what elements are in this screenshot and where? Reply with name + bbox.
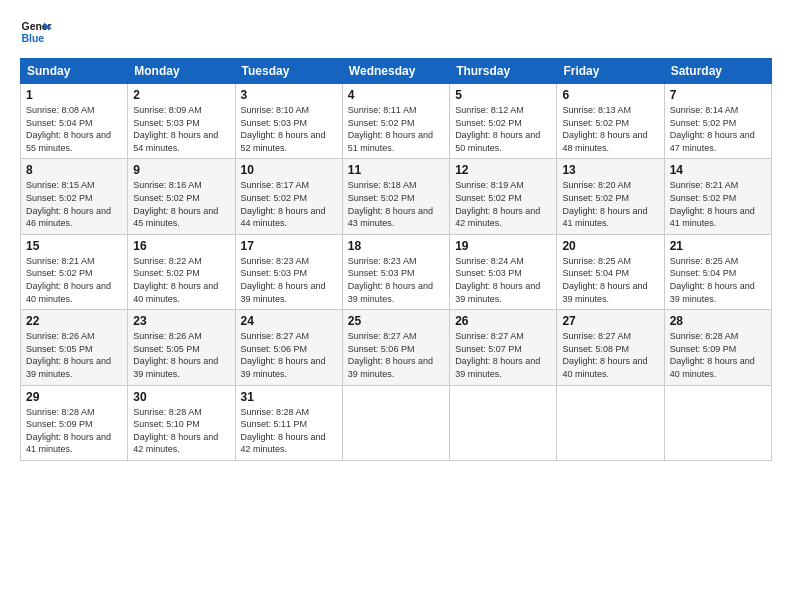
- day-info: Sunrise: 8:24 AMSunset: 5:03 PMDaylight:…: [455, 255, 551, 305]
- day-info: Sunrise: 8:28 AMSunset: 5:09 PMDaylight:…: [26, 406, 122, 456]
- svg-text:Blue: Blue: [22, 33, 45, 44]
- day-number: 31: [241, 390, 337, 404]
- day-info: Sunrise: 8:22 AMSunset: 5:02 PMDaylight:…: [133, 255, 229, 305]
- day-info: Sunrise: 8:25 AMSunset: 5:04 PMDaylight:…: [562, 255, 658, 305]
- day-number: 18: [348, 239, 444, 253]
- weekday-header-cell: Tuesday: [235, 59, 342, 84]
- calendar-day-cell: 7Sunrise: 8:14 AMSunset: 5:02 PMDaylight…: [664, 84, 771, 159]
- day-info: Sunrise: 8:27 AMSunset: 5:08 PMDaylight:…: [562, 330, 658, 380]
- day-info: Sunrise: 8:08 AMSunset: 5:04 PMDaylight:…: [26, 104, 122, 154]
- calendar-page: General Blue SundayMondayTuesdayWednesda…: [0, 0, 792, 612]
- day-info: Sunrise: 8:17 AMSunset: 5:02 PMDaylight:…: [241, 179, 337, 229]
- day-info: Sunrise: 8:09 AMSunset: 5:03 PMDaylight:…: [133, 104, 229, 154]
- calendar-day-cell: 8Sunrise: 8:15 AMSunset: 5:02 PMDaylight…: [21, 159, 128, 234]
- day-info: Sunrise: 8:26 AMSunset: 5:05 PMDaylight:…: [26, 330, 122, 380]
- day-number: 8: [26, 163, 122, 177]
- calendar-day-cell: 26Sunrise: 8:27 AMSunset: 5:07 PMDayligh…: [450, 310, 557, 385]
- calendar-day-cell: 14Sunrise: 8:21 AMSunset: 5:02 PMDayligh…: [664, 159, 771, 234]
- calendar-day-cell: 4Sunrise: 8:11 AMSunset: 5:02 PMDaylight…: [342, 84, 449, 159]
- day-number: 22: [26, 314, 122, 328]
- day-info: Sunrise: 8:27 AMSunset: 5:06 PMDaylight:…: [348, 330, 444, 380]
- calendar-day-cell: 18Sunrise: 8:23 AMSunset: 5:03 PMDayligh…: [342, 234, 449, 309]
- day-info: Sunrise: 8:20 AMSunset: 5:02 PMDaylight:…: [562, 179, 658, 229]
- day-number: 17: [241, 239, 337, 253]
- day-number: 1: [26, 88, 122, 102]
- day-number: 4: [348, 88, 444, 102]
- day-number: 3: [241, 88, 337, 102]
- day-number: 12: [455, 163, 551, 177]
- day-info: Sunrise: 8:26 AMSunset: 5:05 PMDaylight:…: [133, 330, 229, 380]
- calendar-day-cell: 2Sunrise: 8:09 AMSunset: 5:03 PMDaylight…: [128, 84, 235, 159]
- calendar-day-cell: 24Sunrise: 8:27 AMSunset: 5:06 PMDayligh…: [235, 310, 342, 385]
- day-info: Sunrise: 8:23 AMSunset: 5:03 PMDaylight:…: [241, 255, 337, 305]
- day-number: 11: [348, 163, 444, 177]
- day-number: 27: [562, 314, 658, 328]
- calendar-day-cell: 31Sunrise: 8:28 AMSunset: 5:11 PMDayligh…: [235, 385, 342, 460]
- calendar-day-cell: [664, 385, 771, 460]
- day-info: Sunrise: 8:13 AMSunset: 5:02 PMDaylight:…: [562, 104, 658, 154]
- day-number: 23: [133, 314, 229, 328]
- calendar-week-row: 15Sunrise: 8:21 AMSunset: 5:02 PMDayligh…: [21, 234, 772, 309]
- day-number: 7: [670, 88, 766, 102]
- weekday-header-cell: Monday: [128, 59, 235, 84]
- day-info: Sunrise: 8:12 AMSunset: 5:02 PMDaylight:…: [455, 104, 551, 154]
- logo-icon: General Blue: [20, 16, 52, 48]
- day-number: 5: [455, 88, 551, 102]
- day-number: 10: [241, 163, 337, 177]
- calendar-week-row: 29Sunrise: 8:28 AMSunset: 5:09 PMDayligh…: [21, 385, 772, 460]
- weekday-header-cell: Wednesday: [342, 59, 449, 84]
- calendar-day-cell: 6Sunrise: 8:13 AMSunset: 5:02 PMDaylight…: [557, 84, 664, 159]
- calendar-day-cell: 17Sunrise: 8:23 AMSunset: 5:03 PMDayligh…: [235, 234, 342, 309]
- calendar-day-cell: 21Sunrise: 8:25 AMSunset: 5:04 PMDayligh…: [664, 234, 771, 309]
- day-info: Sunrise: 8:21 AMSunset: 5:02 PMDaylight:…: [26, 255, 122, 305]
- day-number: 28: [670, 314, 766, 328]
- calendar-table: SundayMondayTuesdayWednesdayThursdayFrid…: [20, 58, 772, 461]
- day-number: 29: [26, 390, 122, 404]
- day-info: Sunrise: 8:16 AMSunset: 5:02 PMDaylight:…: [133, 179, 229, 229]
- day-info: Sunrise: 8:15 AMSunset: 5:02 PMDaylight:…: [26, 179, 122, 229]
- day-number: 2: [133, 88, 229, 102]
- calendar-day-cell: [557, 385, 664, 460]
- day-number: 20: [562, 239, 658, 253]
- calendar-day-cell: 20Sunrise: 8:25 AMSunset: 5:04 PMDayligh…: [557, 234, 664, 309]
- calendar-day-cell: [342, 385, 449, 460]
- calendar-day-cell: [450, 385, 557, 460]
- day-number: 6: [562, 88, 658, 102]
- calendar-day-cell: 10Sunrise: 8:17 AMSunset: 5:02 PMDayligh…: [235, 159, 342, 234]
- day-number: 21: [670, 239, 766, 253]
- day-info: Sunrise: 8:18 AMSunset: 5:02 PMDaylight:…: [348, 179, 444, 229]
- calendar-day-cell: 1Sunrise: 8:08 AMSunset: 5:04 PMDaylight…: [21, 84, 128, 159]
- day-number: 13: [562, 163, 658, 177]
- day-number: 25: [348, 314, 444, 328]
- day-info: Sunrise: 8:27 AMSunset: 5:06 PMDaylight:…: [241, 330, 337, 380]
- day-info: Sunrise: 8:28 AMSunset: 5:10 PMDaylight:…: [133, 406, 229, 456]
- day-number: 14: [670, 163, 766, 177]
- calendar-day-cell: 22Sunrise: 8:26 AMSunset: 5:05 PMDayligh…: [21, 310, 128, 385]
- calendar-day-cell: 12Sunrise: 8:19 AMSunset: 5:02 PMDayligh…: [450, 159, 557, 234]
- calendar-day-cell: 25Sunrise: 8:27 AMSunset: 5:06 PMDayligh…: [342, 310, 449, 385]
- day-info: Sunrise: 8:27 AMSunset: 5:07 PMDaylight:…: [455, 330, 551, 380]
- calendar-day-cell: 19Sunrise: 8:24 AMSunset: 5:03 PMDayligh…: [450, 234, 557, 309]
- weekday-header-cell: Thursday: [450, 59, 557, 84]
- day-info: Sunrise: 8:28 AMSunset: 5:11 PMDaylight:…: [241, 406, 337, 456]
- calendar-day-cell: 3Sunrise: 8:10 AMSunset: 5:03 PMDaylight…: [235, 84, 342, 159]
- weekday-header-cell: Friday: [557, 59, 664, 84]
- day-number: 30: [133, 390, 229, 404]
- day-number: 16: [133, 239, 229, 253]
- calendar-day-cell: 15Sunrise: 8:21 AMSunset: 5:02 PMDayligh…: [21, 234, 128, 309]
- calendar-day-cell: 11Sunrise: 8:18 AMSunset: 5:02 PMDayligh…: [342, 159, 449, 234]
- calendar-week-row: 1Sunrise: 8:08 AMSunset: 5:04 PMDaylight…: [21, 84, 772, 159]
- calendar-week-row: 8Sunrise: 8:15 AMSunset: 5:02 PMDaylight…: [21, 159, 772, 234]
- calendar-day-cell: 5Sunrise: 8:12 AMSunset: 5:02 PMDaylight…: [450, 84, 557, 159]
- day-number: 24: [241, 314, 337, 328]
- day-info: Sunrise: 8:19 AMSunset: 5:02 PMDaylight:…: [455, 179, 551, 229]
- calendar-day-cell: 28Sunrise: 8:28 AMSunset: 5:09 PMDayligh…: [664, 310, 771, 385]
- calendar-day-cell: 13Sunrise: 8:20 AMSunset: 5:02 PMDayligh…: [557, 159, 664, 234]
- weekday-header-cell: Saturday: [664, 59, 771, 84]
- day-number: 26: [455, 314, 551, 328]
- day-info: Sunrise: 8:11 AMSunset: 5:02 PMDaylight:…: [348, 104, 444, 154]
- calendar-week-row: 22Sunrise: 8:26 AMSunset: 5:05 PMDayligh…: [21, 310, 772, 385]
- day-info: Sunrise: 8:10 AMSunset: 5:03 PMDaylight:…: [241, 104, 337, 154]
- day-number: 19: [455, 239, 551, 253]
- day-info: Sunrise: 8:25 AMSunset: 5:04 PMDaylight:…: [670, 255, 766, 305]
